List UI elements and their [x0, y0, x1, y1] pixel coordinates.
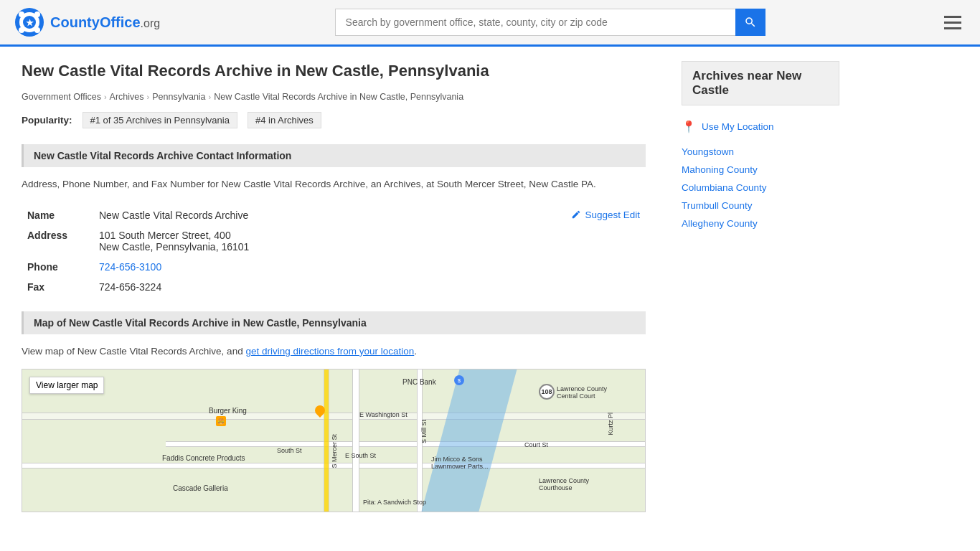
- fax-value: 724-656-3224: [93, 277, 646, 297]
- map-road-yellow: [324, 369, 329, 512]
- svg-point-5: [34, 11, 40, 17]
- map-label-e-washington: E Washington St: [359, 411, 407, 418]
- sidebar-link-2[interactable]: Columbiana County: [682, 182, 839, 193]
- map-section: Map of New Castle Vital Records Archive …: [22, 311, 646, 513]
- map-label-courthouse: Lawrence County: [539, 477, 589, 484]
- name-value: New Castle Vital Records Archive Suggest…: [93, 205, 646, 225]
- table-row-name: Name New Castle Vital Records Archive Su…: [22, 205, 646, 225]
- breadcrumb-government-offices[interactable]: Government Offices: [22, 92, 101, 102]
- breadcrumb: Government Offices › Archives › Pennsylv…: [22, 92, 646, 102]
- sidebar-links: YoungstownMahoning CountyColumbiana Coun…: [682, 146, 839, 229]
- logo-text: CountyOffice.org: [50, 14, 160, 31]
- popularity-label: Popularity:: [22, 115, 72, 126]
- map-label-pnc: PNC Bank: [402, 378, 436, 386]
- map-container[interactable]: 108 PNC Bank Burger King E Washington St…: [22, 369, 646, 512]
- map-label-s-mill: S Mill St: [420, 420, 428, 443]
- map-description: View map of New Castle Vital Records Arc…: [22, 344, 646, 359]
- map-label-jim-micco-2: Lawnmower Parts...: [431, 463, 489, 470]
- popularity-rank: #1 of 35 Archives in Pennsylvania: [83, 112, 237, 128]
- use-my-location-label: Use My Location: [702, 121, 774, 132]
- fax-label: Fax: [22, 277, 93, 297]
- map-label-cascade: Cascade Galleria: [173, 484, 228, 492]
- map-marker-bk: 🍔: [216, 416, 226, 426]
- name-label: Name: [22, 205, 93, 225]
- page-title: New Castle Vital Records Archive in New …: [22, 61, 646, 82]
- table-row-fax: Fax 724-656-3224: [22, 277, 646, 297]
- svg-text:★: ★: [26, 18, 34, 28]
- map-label-faddis: Faddis Concrete Products: [162, 454, 245, 462]
- map-road-v: [352, 369, 359, 512]
- breadcrumb-current: New Castle Vital Records Archive in New …: [214, 92, 463, 102]
- phone-link[interactable]: 724-656-3100: [99, 261, 161, 273]
- map-section-header: Map of New Castle Vital Records Archive …: [22, 311, 646, 334]
- svg-point-4: [19, 11, 24, 17]
- map-label-court-st: Court St: [524, 441, 548, 448]
- map-label-lawrence-court: Lawrence County: [557, 385, 607, 392]
- popularity-bar: Popularity: #1 of 35 Archives in Pennsyl…: [22, 112, 646, 128]
- table-row-address: Address 101 South Mercer Street, 400 New…: [22, 225, 646, 257]
- contact-description: Address, Phone Number, and Fax Number fo…: [22, 177, 646, 192]
- map-label-e-south: E South St: [345, 452, 376, 459]
- menu-line-1: [944, 16, 961, 18]
- phone-label: Phone: [22, 257, 93, 277]
- contact-section-header: New Castle Vital Records Archive Contact…: [22, 144, 646, 167]
- main-content: New Castle Vital Records Archive in New …: [0, 47, 667, 527]
- content-wrapper: New Castle Vital Records Archive in New …: [0, 47, 980, 527]
- breadcrumb-pennsylvania[interactable]: Pennsylvania: [152, 92, 205, 102]
- phone-value: 724-656-3100: [93, 257, 646, 277]
- map-label-burger-king: Burger King: [209, 407, 247, 415]
- map-label-courthouse2: Courthouse: [539, 484, 573, 491]
- sidebar-title: Archives near New Castle: [682, 61, 839, 105]
- logo-icon: ★: [14, 7, 44, 37]
- address-line-2: New Castle, Pennsylvania, 16101: [99, 241, 640, 253]
- breadcrumb-sep-3: ›: [209, 93, 212, 101]
- map-label-s-mercer: S Mercer St: [331, 434, 338, 468]
- sidebar: Archives near New Castle 📍 Use My Locati…: [667, 47, 854, 527]
- menu-line-2: [944, 22, 961, 24]
- map-label-south-st: South St: [277, 447, 302, 454]
- map-label-kurtz: Kurtz Pl: [607, 413, 614, 435]
- search-input[interactable]: [335, 9, 735, 36]
- logo-area: ★ CountyOffice.org: [14, 7, 160, 37]
- search-icon: [744, 16, 757, 29]
- map-label-pita: Pita: A Sandwich Stop: [363, 499, 426, 506]
- breadcrumb-archives[interactable]: Archives: [110, 92, 144, 102]
- popularity-category: #4 in Archives: [248, 112, 321, 128]
- location-pin-icon: 📍: [682, 120, 696, 133]
- map-label-jim-micco: Jim Micco & Sons: [431, 456, 483, 463]
- breadcrumb-sep-2: ›: [147, 93, 150, 101]
- site-header: ★ CountyOffice.org: [0, 0, 980, 47]
- suggest-edit-link[interactable]: Suggest Edit: [571, 209, 640, 220]
- sidebar-link-1[interactable]: Mahoning County: [682, 164, 839, 175]
- details-table: Name New Castle Vital Records Archive Su…: [22, 205, 646, 297]
- breadcrumb-sep-1: ›: [104, 93, 107, 101]
- address-label: Address: [22, 225, 93, 257]
- map-road: [22, 413, 645, 420]
- map-desc-prefix: View map of New Castle Vital Records Arc…: [22, 346, 245, 357]
- driving-directions-link[interactable]: get driving directions from your locatio…: [245, 346, 414, 357]
- table-row-phone: Phone 724-656-3100: [22, 257, 646, 277]
- map-desc-suffix: .: [414, 346, 417, 357]
- svg-point-6: [19, 27, 24, 33]
- use-my-location-link[interactable]: 📍 Use My Location: [682, 117, 839, 136]
- sidebar-link-3[interactable]: Trumbull County: [682, 200, 839, 211]
- suggest-edit-icon: [571, 209, 581, 220]
- menu-line-3: [944, 27, 961, 29]
- svg-point-7: [34, 27, 40, 33]
- menu-button[interactable]: [940, 11, 966, 34]
- view-larger-map-button[interactable]: View larger map: [29, 377, 104, 394]
- contact-section: New Castle Vital Records Archive Contact…: [22, 144, 646, 297]
- address-value: 101 South Mercer Street, 400 New Castle,…: [93, 225, 646, 257]
- search-button[interactable]: [735, 9, 765, 36]
- map-label-lawrence-court2: Central Court: [557, 392, 595, 400]
- address-line-1: 101 South Mercer Street, 400: [99, 230, 640, 241]
- search-area: [335, 9, 765, 36]
- sidebar-link-0[interactable]: Youngstown: [682, 146, 839, 157]
- map-road: [166, 441, 645, 447]
- sidebar-link-4[interactable]: Allegheny County: [682, 218, 839, 229]
